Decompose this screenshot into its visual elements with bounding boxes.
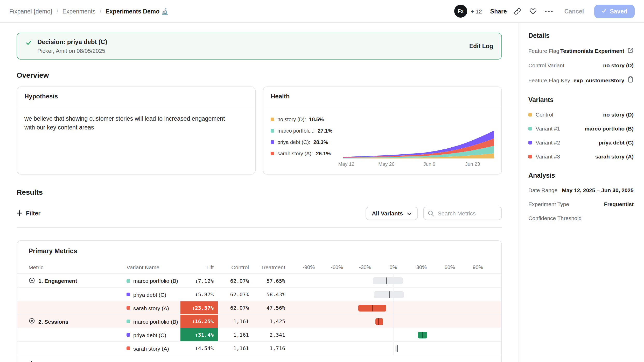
legend-value: 27.1% (318, 128, 332, 134)
confidence-threshold-label: Confidence Threshold (528, 215, 582, 221)
table-row[interactable]: 1. Engagement marco portfolio (B) ↓7.12%… (17, 274, 501, 287)
more-options-icon[interactable] (544, 9, 554, 13)
variant-dot (127, 320, 130, 323)
variant-dot (127, 333, 130, 337)
top-bar: Fixpanel {demo} / Experiments / Experime… (0, 0, 644, 23)
feature-flag-label: Feature Flag (528, 48, 559, 54)
axis-tick-label: -30% (359, 264, 371, 270)
variant-1-value: marco portfolio (B) (585, 125, 634, 132)
search-icon (428, 210, 434, 216)
breadcrumb-current-page[interactable]: Experiments Demo 🔬 (106, 8, 169, 15)
lift-cell: ↓23.37% (180, 301, 218, 314)
control-value: 62.07% (218, 278, 249, 284)
variant-3-value: sarah story (A) (595, 153, 634, 160)
treatment-value: 2,341 (249, 332, 285, 338)
date-range-label: Date Range (528, 187, 557, 193)
variant-row: Variant #3 sarah story (A) (528, 153, 634, 160)
external-link-icon[interactable] (627, 47, 634, 54)
table-row[interactable]: sarah story (A) ↑4.54% 1,161 1,716 (17, 341, 501, 355)
variant-name: marco portfolio (B) (133, 318, 178, 324)
variant-dot (528, 113, 532, 116)
variant-2-value: priya debt (C) (599, 139, 634, 146)
ci-bar (375, 318, 383, 325)
hypothesis-card: Hypothesis we believe that showing custo… (17, 86, 256, 175)
legend-item: priya debt (C): 28.3% (271, 139, 339, 145)
legend-label: sarah story (A): (277, 151, 313, 156)
health-chart-x-axis: May 12 May 26 Jun 9 Jun 23 (343, 161, 494, 168)
favorite-heart-icon[interactable] (529, 7, 538, 16)
treatment-value: 1,716 (249, 345, 285, 351)
check-icon (601, 8, 607, 14)
lift-axis-cell (285, 342, 501, 355)
add-metric-button[interactable]: Add (17, 355, 501, 362)
ci-point-tick (389, 291, 390, 298)
cancel-button[interactable]: Cancel (560, 5, 588, 17)
legend-label: no story (D): (277, 117, 306, 122)
ci-point-tick (378, 318, 379, 325)
variants-dropdown[interactable]: All Variants (366, 207, 418, 220)
hypothesis-card-title: Hypothesis (17, 87, 255, 106)
variant-dot (528, 155, 532, 158)
variant-dot (127, 306, 130, 310)
control-value: 1,161 (218, 332, 249, 338)
variant-name: priya debt (C) (133, 291, 166, 298)
legend-color-swatch (271, 140, 274, 144)
metrics-table-header: Metric Variant Name Lift Control Treatme… (17, 260, 501, 274)
ci-point-tick (386, 277, 387, 284)
health-card-title: Health (263, 87, 501, 106)
collaborators-count[interactable]: + 12 (471, 8, 482, 14)
plus-icon (29, 361, 34, 362)
treatment-value: 57.65% (249, 278, 285, 284)
date-range-value: May 12, 2025 – Jun 30, 2025 (562, 187, 634, 193)
feature-flag-value[interactable]: Testimonials Experiment (560, 47, 634, 54)
treatment-value: 47.56% (249, 305, 285, 311)
variant-dot (528, 141, 532, 144)
primary-metrics-card: Primary Metrics Metric Variant Name Lift… (17, 240, 502, 362)
decision-text: Decision: priya debt (C) Picker, Amit on… (37, 38, 107, 54)
lift-axis-cell (285, 315, 501, 328)
variant-dot (127, 279, 130, 283)
feature-flag-key-value: exp_customerStory (573, 76, 634, 84)
variant-dot (127, 346, 130, 350)
share-button[interactable]: Share (490, 8, 507, 14)
axis-tick-label: 60% (445, 264, 455, 270)
experiment-type-label: Experiment Type (528, 201, 569, 207)
search-metrics-input[interactable] (423, 207, 502, 220)
table-row[interactable]: priya debt (C) ↓5.87% 62.07% 58.43% (17, 287, 501, 301)
control-variant-row: Control Variant no story (D) (528, 62, 634, 68)
variant-3-label: Variant #3 (528, 153, 560, 160)
hypothesis-text: we believe that showing customer stories… (24, 114, 248, 168)
lift-axis-cell (285, 274, 501, 287)
legend-label: marco portfoli...: (277, 128, 314, 134)
lift-axis-cell (285, 328, 501, 341)
breadcrumb-experiments[interactable]: Experiments (62, 8, 96, 14)
add-filter-button[interactable]: Filter (17, 210, 40, 217)
table-row[interactable]: 2. Sessions marco portfolio (B) ↑16.25% … (17, 314, 501, 328)
filter-button-label: Filter (26, 210, 40, 216)
variant-control-value: no story (D) (603, 111, 634, 118)
saved-button[interactable]: Saved (594, 4, 635, 18)
experiment-type-row: Experiment Type Frequentist (528, 201, 634, 207)
breadcrumb-separator: / (100, 8, 101, 14)
ci-point-tick (422, 331, 423, 338)
variant-row: Variant #2 priya debt (C) (528, 139, 634, 146)
copy-link-icon[interactable] (513, 6, 522, 16)
x-tick-label: Jun 23 (465, 161, 480, 167)
edit-log-button[interactable]: Edit Log (469, 43, 493, 49)
table-row[interactable]: priya debt (C) ↑31.4% 1,161 2,341 (17, 328, 501, 341)
legend-item: no story (D): 18.5% (271, 117, 339, 122)
variant-2-label: Variant #2 (528, 139, 560, 146)
decision-banner: Decision: priya debt (C) Picker, Amit on… (17, 33, 502, 60)
variant-1-label: Variant #1 (528, 125, 560, 132)
avatar[interactable]: Fx (454, 5, 467, 18)
feature-flag-key-row: Feature Flag Key exp_customerStory (528, 76, 634, 84)
feature-flag-key-label: Feature Flag Key (528, 77, 570, 83)
table-row[interactable]: sarah story (A) ↓23.37% 62.07% 47.56% (17, 301, 501, 314)
lift-cell: ↑31.4% (180, 328, 218, 341)
copy-clipboard-icon[interactable] (627, 76, 634, 84)
breadcrumb-project[interactable]: Fixpanel {demo} (9, 8, 52, 14)
x-tick-label: May 26 (378, 161, 394, 167)
variant-name: sarah story (A) (133, 345, 169, 351)
lift-axis-header: -90% -60% -30% 0% 30% 60% 90% (285, 260, 501, 273)
breadcrumb: Fixpanel {demo} / Experiments / Experime… (9, 8, 169, 15)
